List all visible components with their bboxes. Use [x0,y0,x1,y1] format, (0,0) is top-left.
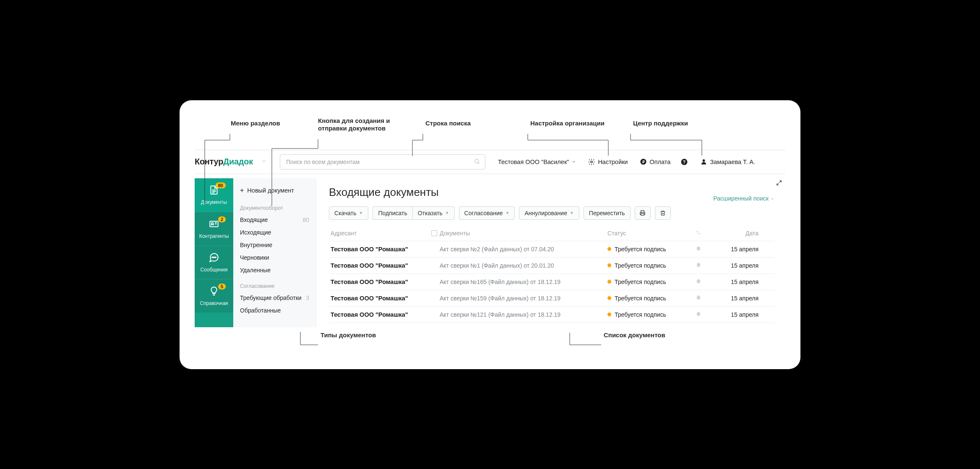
ruble-icon: ₽ [639,158,647,166]
settings-link[interactable]: Настройки [588,158,628,166]
row-date: 15 апреля [717,262,758,269]
table-row[interactable]: Тестовая ООО "Ромашка"Акт сверки №1 (Фай… [329,258,774,274]
svg-point-11 [215,257,216,258]
ann-doc-list: Список документов [604,331,665,339]
reject-button[interactable]: Отказать ▼ [412,206,455,220]
logo[interactable]: Контур Диадок [195,157,253,167]
row-status: Требуется подпись [607,262,696,269]
status-dot-icon [607,263,611,267]
section-head-workflow: Документооборот [233,203,316,214]
annotations-bottom: Типы документов Список документов [195,327,785,344]
logo-part1: Контур [195,157,223,167]
house-icon [696,245,717,253]
table-row[interactable]: Тестовая ООО "Ромашка"Акт сверки №121 (Ф… [329,307,774,323]
workflow-item[interactable]: Исходящие [233,226,316,239]
house-icon [696,294,717,302]
search-input[interactable] [280,154,485,169]
house-icon [696,262,717,269]
nav-count: 80 [302,216,309,223]
move-button[interactable]: Переместить [584,206,631,220]
sign-button[interactable]: Подписать [373,206,412,220]
status-dot-icon [607,313,611,316]
house-icon [696,278,717,286]
row-doc: Акт сверки №1 (Файл данных) от 20.01.20 [440,262,607,269]
help-link[interactable]: ? [680,158,688,166]
download-button[interactable]: Скачать ▼ [329,206,368,220]
new-doc-label: Новый документ [247,187,294,194]
table-header: Адресант Документы Статус Дата [329,226,774,241]
status-dot-icon [607,280,611,284]
table-row[interactable]: Тестовая ООО "Ромашка"Акт сверки №165 (Ф… [329,274,774,290]
row-sender: Тестовая ООО "Ромашка" [331,295,431,302]
advanced-search-link[interactable]: Расширенный поиск [713,195,774,202]
workflow-item[interactable]: Внутренние [233,239,316,251]
chevron-down-icon [770,197,774,201]
col-status: Статус [607,230,696,237]
col-docs: Документы [440,230,607,237]
gear-icon [588,158,595,166]
row-sender: Тестовая ООО "Ромашка" [331,279,431,285]
ann-new-doc: Кнопка для создания и отправки документо… [318,117,402,132]
body: 80 Документы 2 Контрагенты Сообщения [195,178,785,327]
nav-label: Входящие [240,216,268,223]
search-icon[interactable] [474,159,480,167]
toolbar: Скачать ▼ Подписать Отказать ▼ Согласова… [329,206,774,220]
workflow-item[interactable]: Черновики [233,251,316,264]
workflow-item[interactable]: Входящие80 [233,214,316,226]
sort-icon[interactable] [696,230,717,237]
print-icon [639,210,646,216]
rail-badge: 5 [218,284,226,289]
caret-icon: ▼ [506,211,510,215]
nav-count: 3 [306,294,309,301]
nav-label: Исходящие [240,229,271,236]
row-date: 15 апреля [717,279,758,285]
annul-button[interactable]: Аннулирование ▼ [519,206,579,220]
row-date: 15 апреля [717,311,758,318]
ann-menu: Меню разделов [231,120,280,127]
delete-button[interactable] [655,206,671,220]
chat-icon [209,252,219,264]
app-frame: Меню разделов Кнопка для создания и отпр… [180,100,800,369]
row-status: Требуется подпись [607,311,696,318]
sign-reject-group: Подписать Отказать ▼ [373,206,454,220]
table-row[interactable]: Тестовая ООО "Ромашка"Акт сверки №2 (Фай… [329,241,774,258]
svg-rect-7 [210,221,218,227]
org-switcher-chevron[interactable] [261,159,266,165]
user-icon [700,158,707,166]
rail-contragents[interactable]: 2 Контрагенты [195,212,233,245]
select-all-checkbox[interactable] [431,230,437,236]
new-doc-button[interactable]: + Новый документ [233,178,316,203]
rail-documents[interactable]: 80 Документы [195,178,233,212]
btn-label: Переместить [589,210,625,216]
row-doc: Акт сверки №159 (Файл данных) от 18.12.1… [440,295,607,302]
expand-icon[interactable] [776,180,782,188]
caret-icon: ▼ [445,211,449,215]
approve-button[interactable]: Согласование ▼ [459,206,515,220]
rail-messages[interactable]: Сообщения [195,245,233,279]
payment-link[interactable]: ₽ Оплата [639,158,670,166]
user-menu[interactable]: Замараева Т. А. [700,158,755,166]
header: Контур Диадок Тестовая ООО "Василек" Нас… [195,150,785,174]
workflow-item[interactable]: Удаленные [233,264,316,276]
row-status: Требуется подпись [607,246,696,253]
approval-item[interactable]: Требующие обработки3 [233,292,316,304]
print-button[interactable] [635,206,651,220]
rail: 80 Документы 2 Контрагенты Сообщения [195,178,233,327]
table-row[interactable]: Тестовая ООО "Ромашка"Акт сверки №159 (Ф… [329,290,774,307]
payment-label: Оплата [649,159,670,165]
row-sender: Тестовая ООО "Ромашка" [331,311,431,318]
row-doc: Акт сверки №121 (Файл данных) от 18.12.1… [440,311,607,318]
row-doc: Акт сверки №2 (Файл данных) от 07.04.20 [440,246,607,253]
ann-doc-types: Типы документов [321,331,376,339]
question-icon: ? [680,158,688,166]
caret-icon: ▼ [570,211,574,215]
caret-icon: ▼ [359,211,363,215]
approval-item[interactable]: Обработанные [233,304,316,317]
org-picker[interactable]: Тестовая ООО "Василек" [498,159,576,165]
chevron-down-icon [571,159,576,164]
trash-icon [660,210,666,216]
bulb-icon [209,286,219,298]
annotations-top: Меню разделов Кнопка для создания и отпр… [195,117,785,146]
nav-label: Требующие обработки [240,294,302,301]
rail-help[interactable]: 5 Справочная [195,279,233,313]
